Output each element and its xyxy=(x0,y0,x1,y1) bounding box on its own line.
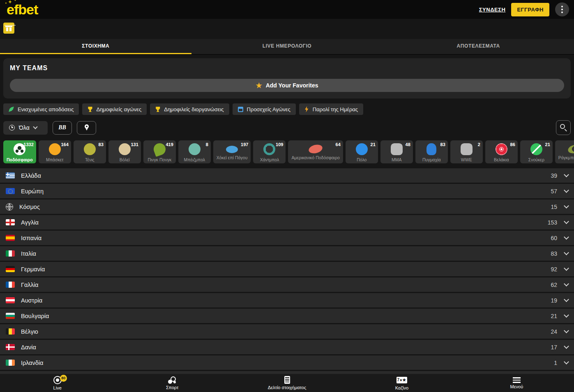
country-row[interactable]: Γερμανία 92 xyxy=(0,262,574,277)
sport-tile[interactable]: 131 Βόλεϊ xyxy=(108,140,141,163)
chevron-down-icon xyxy=(564,203,569,209)
signup-button[interactable]: ΕΓΓΡΑΦΗ xyxy=(511,3,549,16)
country-event-count: 1 xyxy=(554,360,557,366)
sport-tile[interactable]: 2 Ράγκμπι Γιούνιον xyxy=(555,140,574,163)
sport-event-count: 21 xyxy=(371,142,376,147)
sport-tile[interactable]: 83 Πυγμαχία xyxy=(415,140,448,163)
sport-tile[interactable]: 48 MMA xyxy=(380,140,413,163)
chip-icon xyxy=(9,107,14,112)
sport-tile[interactable]: 1332 Ποδόσφαιρο xyxy=(3,140,36,163)
sport-tile[interactable]: 109 Χάντμπολ xyxy=(253,140,286,163)
login-link[interactable]: ΣΥΝΔΕΣΗ xyxy=(479,7,506,13)
tab-label: ΣΤΟΙΧΗΜΑ xyxy=(82,43,109,49)
bet-builder-button[interactable]: BB xyxy=(53,121,72,135)
sport-label: Βελάκια xyxy=(494,157,509,162)
country-flag-icon xyxy=(6,188,15,194)
sport-tile[interactable]: 21 Σνούκερ xyxy=(520,140,553,163)
chevron-down-icon xyxy=(564,281,569,287)
chip-label: Δημοφιλείς αγώνες xyxy=(96,106,141,112)
country-row[interactable]: Ελλάδα 39 xyxy=(0,168,574,184)
time-filter-select[interactable]: Όλα xyxy=(3,121,48,135)
venue-pin-button[interactable] xyxy=(77,121,96,135)
country-flag-icon xyxy=(6,313,15,319)
bottom-nav-label: Καζίνο xyxy=(395,385,408,390)
add-favorites-button[interactable]: ★ Add Your Favorites xyxy=(10,79,564,92)
sport-event-count: 419 xyxy=(166,142,173,147)
country-row[interactable]: Ιρλανδία 1 xyxy=(0,355,574,371)
sport-icon xyxy=(530,143,542,155)
bottom-nav-label: Σπορτ xyxy=(166,385,178,390)
sport-tile[interactable]: 2 WWE xyxy=(450,140,483,163)
chip-icon xyxy=(238,107,243,112)
country-event-count: 153 xyxy=(548,219,557,226)
quick-link-chip[interactable]: Δημοφιλείς αγώνες xyxy=(82,103,147,115)
sport-icon xyxy=(84,143,96,155)
sport-tile[interactable]: 197 Χόκεϊ επί Πάγου xyxy=(213,140,251,163)
bottom-nav-item[interactable]: Σπορτ xyxy=(115,374,229,392)
country-name: Ευρώπη xyxy=(21,188,44,195)
country-row[interactable]: Βουλγαρία 21 xyxy=(0,309,574,324)
sport-icon xyxy=(226,146,238,153)
tab[interactable]: ΣΤΟΙΧΗΜΑ xyxy=(0,39,191,54)
chip-label: Ενισχυμένες αποδόσεις xyxy=(18,106,74,112)
quick-link-chip[interactable]: Προσεχείς Αγώνες xyxy=(233,103,296,115)
country-row[interactable]: Γαλλία 62 xyxy=(0,277,574,293)
country-flag-icon xyxy=(6,235,15,241)
search-button[interactable] xyxy=(556,120,571,135)
sport-tile[interactable]: 21 Πόλο xyxy=(346,140,378,163)
quick-link-chip[interactable]: Ενισχυμένες αποδόσεις xyxy=(3,103,79,115)
tab-label: LIVE ΗΜΕΡΟΛΟΓΙΟ xyxy=(263,43,312,49)
tab[interactable]: ΑΠΟΤΕΛΕΣΜΑΤΑ xyxy=(383,39,574,54)
bottom-nav-label: Δελτίο στοιχήματος xyxy=(268,385,306,390)
kebab-menu-button[interactable] xyxy=(555,2,569,16)
sport-event-count: 64 xyxy=(336,142,341,147)
sport-label: Αμερικανικό Ποδόσφαιρο xyxy=(291,155,339,160)
tab[interactable]: LIVE ΗΜΕΡΟΛΟΓΙΟ xyxy=(191,39,383,54)
country-flag-icon xyxy=(6,344,15,350)
country-row[interactable]: Δανία 17 xyxy=(0,340,574,355)
chevron-down-icon xyxy=(564,359,569,364)
sport-label: Μπάσκετ xyxy=(46,157,63,162)
country-row[interactable]: Ευρώπη 57 xyxy=(0,184,574,199)
country-event-count: 24 xyxy=(551,328,557,335)
sport-tile[interactable]: 419 Πινγκ Πονγκ xyxy=(143,140,176,163)
country-flag-icon xyxy=(6,266,15,272)
country-row[interactable]: Κόσμος 15 xyxy=(0,199,574,215)
quick-link-chips: Ενισχυμένες αποδόσεις Δημοφιλείς αγώνες … xyxy=(3,103,571,115)
sport-tile[interactable]: 164 Μπάσκετ xyxy=(39,140,71,163)
country-event-count: 39 xyxy=(551,172,557,179)
sport-event-count: 131 xyxy=(131,142,138,147)
country-name: Ιταλία xyxy=(21,250,36,257)
country-row[interactable]: Ισπανία 60 xyxy=(0,231,574,246)
sport-tile[interactable]: 83 Τένις xyxy=(74,140,106,163)
bottom-nav-item[interactable]: Καζίνο xyxy=(344,374,459,392)
country-row[interactable]: Βέλγιο 24 xyxy=(0,324,574,340)
chip-icon xyxy=(88,107,92,112)
efbet-logo: efbet xyxy=(5,2,38,16)
sport-icon xyxy=(152,142,167,157)
gift-icon[interactable] xyxy=(3,23,14,34)
country-event-count: 17 xyxy=(551,344,557,351)
quick-link-chip[interactable]: Δημοφιλείς διοργανώσεις xyxy=(150,103,229,115)
country-row[interactable]: Αυστρία 19 xyxy=(0,293,574,309)
bottom-nav-item[interactable]: Δελτίο στοιχήματος xyxy=(230,374,344,392)
live-count-badge: 80 xyxy=(60,375,67,382)
sport-icon xyxy=(567,143,574,155)
chevron-down-icon xyxy=(564,188,569,193)
bottom-nav-item[interactable]: Μενού xyxy=(459,374,574,392)
country-event-count: 15 xyxy=(551,204,557,210)
sport-tile[interactable]: 86 Βελάκια xyxy=(485,140,518,163)
bottom-nav-item[interactable]: 80 Live xyxy=(0,374,115,392)
country-row[interactable]: Αγγλία 153 xyxy=(0,215,574,231)
quick-link-chip[interactable]: Παρολί της Ημέρας xyxy=(299,103,363,115)
sport-icon xyxy=(263,143,275,155)
sport-tile[interactable]: 64 Αμερικανικό Ποδόσφαιρο xyxy=(288,140,343,163)
country-name: Βουλγαρία xyxy=(21,313,49,319)
sport-icon xyxy=(426,143,436,155)
logo-text: efbet xyxy=(7,2,38,17)
logo-sparkle-icon xyxy=(14,0,16,1)
sport-icon xyxy=(119,143,131,155)
sport-tile[interactable]: 8 Μπέιζμπολ xyxy=(178,140,211,163)
country-row[interactable]: Ιταλία 83 xyxy=(0,246,574,262)
chip-label: Δημοφιλείς διοργανώσεις xyxy=(164,106,224,112)
